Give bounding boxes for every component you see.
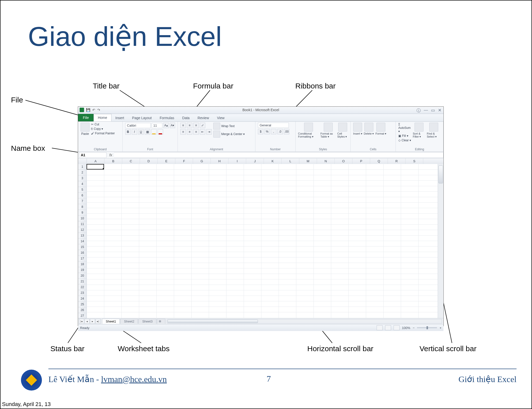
wrap-text-button[interactable]: Wrap Text	[213, 123, 245, 130]
col-M[interactable]: M	[299, 159, 317, 164]
sheet-tab-1[interactable]: Sheet1	[102, 319, 120, 324]
col-O[interactable]: O	[335, 159, 352, 164]
hscroll-thumb[interactable]	[168, 320, 258, 323]
close-icon[interactable]: ✕	[438, 108, 441, 113]
name-box[interactable]: A1	[79, 152, 106, 158]
row-12[interactable]: 12	[78, 227, 87, 233]
col-J[interactable]: J	[246, 159, 264, 164]
select-all-corner[interactable]	[78, 159, 87, 164]
view-break-button[interactable]	[394, 325, 400, 330]
row-14[interactable]: 14	[78, 239, 87, 244]
zoom-out-button[interactable]: −	[413, 326, 415, 330]
view-layout-button[interactable]	[385, 325, 391, 330]
align-left-button[interactable]: ≡	[180, 129, 186, 135]
align-bottom-button[interactable]: ≡	[193, 123, 199, 128]
row-10[interactable]: 10	[78, 216, 87, 221]
view-normal-button[interactable]	[377, 325, 383, 330]
row-26[interactable]: 26	[78, 307, 87, 313]
col-B[interactable]: B	[105, 159, 122, 164]
autosum-button[interactable]: Σ AutoSum ▾	[398, 123, 411, 133]
col-G[interactable]: G	[193, 159, 211, 164]
author-email[interactable]: lvman@hce.edu.vn	[101, 375, 167, 384]
zoom-slider[interactable]	[417, 327, 437, 328]
border-button[interactable]: ▦	[145, 129, 150, 135]
col-N[interactable]: N	[317, 159, 335, 164]
col-A[interactable]: A	[87, 159, 105, 164]
col-Q[interactable]: Q	[370, 159, 388, 164]
row-1[interactable]: 1	[78, 164, 87, 170]
find-select-button[interactable]: Find & Select ▾	[427, 123, 441, 138]
col-R[interactable]: R	[388, 159, 406, 164]
row-13[interactable]: 13	[78, 233, 87, 239]
col-I[interactable]: I	[228, 159, 246, 164]
row-21[interactable]: 21	[78, 279, 87, 284]
row-4[interactable]: 4	[78, 181, 87, 187]
font-color-button[interactable]	[158, 129, 163, 135]
currency-button[interactable]: $	[258, 129, 263, 134]
row-22[interactable]: 22	[78, 284, 87, 290]
tab-formulas[interactable]: Formulas	[156, 114, 178, 121]
insert-cells-button[interactable]: Insert ▾	[353, 123, 362, 135]
align-top-button[interactable]: ≡	[180, 123, 186, 128]
horizontal-scrollbar[interactable]	[167, 319, 442, 324]
row-18[interactable]: 18	[78, 261, 87, 267]
comma-button[interactable]: ,	[271, 129, 276, 134]
indent-dec-button[interactable]: ⇤	[200, 129, 205, 135]
row-8[interactable]: 8	[78, 204, 87, 210]
row-6[interactable]: 6	[78, 193, 87, 198]
bold-button[interactable]: B	[125, 129, 131, 135]
redo-icon[interactable]: ↷	[97, 108, 100, 112]
tab-data[interactable]: Data	[178, 114, 194, 121]
nav-prev-button[interactable]: ◂	[85, 319, 90, 324]
row-17[interactable]: 17	[78, 256, 87, 261]
minimize-icon[interactable]: —	[424, 108, 428, 113]
new-sheet-button[interactable]: ✲	[157, 319, 165, 324]
vertical-scrollbar[interactable]	[438, 164, 443, 318]
delete-cells-button[interactable]: Delete ▾	[364, 123, 374, 135]
tab-view[interactable]: View	[213, 114, 228, 121]
copy-button[interactable]: ⎘Copy ▾	[91, 127, 115, 131]
font-name-combo[interactable]: Calibri	[125, 123, 151, 128]
font-size-combo[interactable]: 11	[152, 123, 162, 128]
grow-font-button[interactable]: A▴	[163, 123, 169, 128]
formula-input[interactable]	[114, 152, 443, 158]
tab-home[interactable]: Home	[94, 114, 111, 121]
save-icon[interactable]: 💾	[86, 108, 90, 112]
col-K[interactable]: K	[264, 159, 282, 164]
row-3[interactable]: 3	[78, 175, 87, 181]
col-D[interactable]: D	[140, 159, 158, 164]
number-format-combo[interactable]: General	[258, 123, 289, 128]
paste-button[interactable]: Paste	[81, 123, 90, 136]
row-11[interactable]: 11	[78, 221, 87, 227]
vscroll-thumb[interactable]	[438, 165, 443, 183]
row-23[interactable]: 23	[78, 290, 87, 296]
percent-button[interactable]: %	[264, 129, 270, 134]
merge-center-button[interactable]: Merge & Center ▾	[213, 131, 245, 138]
row-24[interactable]: 24	[78, 296, 87, 302]
col-H[interactable]: H	[211, 159, 228, 164]
fx-label[interactable]: fx	[107, 153, 114, 157]
sort-filter-button[interactable]: Sort & Filter ▾	[413, 123, 425, 138]
undo-icon[interactable]: ↶	[92, 108, 95, 112]
row-19[interactable]: 19	[78, 267, 87, 273]
row-15[interactable]: 15	[78, 244, 87, 250]
format-cells-button[interactable]: Format ▾	[375, 123, 386, 135]
tab-page-layout[interactable]: Page Layout	[128, 114, 156, 121]
italic-button[interactable]: I	[132, 129, 137, 135]
cell-styles-button[interactable]: Cell Styles ▾	[337, 123, 348, 138]
tab-file[interactable]: File	[78, 114, 94, 121]
col-P[interactable]: P	[352, 159, 370, 164]
tab-review[interactable]: Review	[194, 114, 213, 121]
align-middle-button[interactable]: ≡	[187, 123, 192, 128]
sheet-tab-2[interactable]: Sheet2	[120, 319, 138, 324]
nav-last-button[interactable]: ▸|	[96, 319, 101, 324]
row-7[interactable]: 7	[78, 198, 87, 204]
row-5[interactable]: 5	[78, 187, 87, 193]
nav-next-button[interactable]: ▸	[90, 319, 95, 324]
row-27[interactable]: 27	[78, 313, 87, 319]
align-center-button[interactable]: ≡	[187, 129, 192, 135]
conditional-formatting-button[interactable]: Conditional Formatting ▾	[298, 123, 319, 138]
format-as-table-button[interactable]: Format as Table ▾	[320, 123, 336, 138]
row-20[interactable]: 20	[78, 273, 87, 279]
cut-button[interactable]: ✂Cut	[91, 123, 115, 126]
